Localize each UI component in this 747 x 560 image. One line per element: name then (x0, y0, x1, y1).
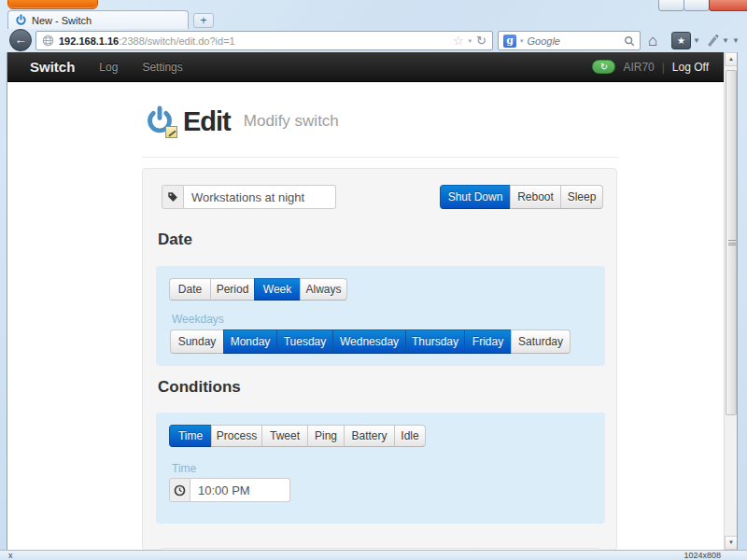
switch-form: Shut Down Reboot Sleep Date Date Period … (142, 168, 617, 550)
tab-time[interactable]: Time (169, 425, 212, 447)
refresh-status-badge[interactable]: ↻ (592, 60, 615, 74)
edit-note-icon (165, 126, 177, 138)
url-dropdown-icon[interactable]: ▾ (469, 37, 472, 44)
time-input-group (169, 478, 290, 502)
tab-always[interactable]: Always (300, 278, 347, 301)
bookmark-star-icon[interactable]: ☆ (453, 35, 464, 47)
time-label: Time (172, 462, 196, 475)
magnifier-icon[interactable] (624, 35, 635, 47)
addon-caret-icon[interactable]: ▼ (722, 36, 729, 45)
shutdown-button[interactable]: Shut Down (440, 185, 511, 209)
log-off-link[interactable]: Log Off (672, 61, 709, 74)
day-friday[interactable]: Friday (464, 329, 512, 354)
tab-title: New - Switch (32, 15, 92, 26)
page-subtitle: Modify switch (244, 112, 339, 131)
conditions-heading: Conditions (158, 378, 241, 397)
globe-icon (42, 35, 54, 47)
name-row: Shut Down Reboot Sleep (162, 185, 603, 209)
day-monday[interactable]: Monday (223, 329, 277, 354)
date-heading: Date (158, 231, 192, 249)
url-bar[interactable]: 192.168.1.16:2388/switch/edit.do?id=1 ☆ … (35, 31, 493, 50)
brand[interactable]: Switch (30, 59, 75, 75)
tab-date[interactable]: Date (169, 278, 211, 301)
tab-tweet[interactable]: Tweet (261, 425, 308, 447)
day-wednesday[interactable]: Wednesday (332, 329, 406, 354)
back-button[interactable]: ← (9, 29, 32, 51)
tab-idle[interactable]: Idle (394, 425, 426, 447)
name-input-group (162, 185, 336, 209)
resolution-indicator: 1024x808 (684, 551, 721, 560)
weekdays-label: Weekdays (172, 313, 224, 326)
weekday-button-group: Sunday Monday Tuesday Wednesday Thursday… (170, 329, 571, 354)
navigation-toolbar: ← 192.168.1.16:2388/switch/edit.do?id=1 … (0, 28, 747, 52)
reboot-button[interactable]: Reboot (510, 185, 561, 209)
date-panel: Date Period Week Always Weekdays Sunday … (156, 266, 605, 366)
firefox-menu-button[interactable] (7, 0, 98, 9)
maximize-button[interactable] (684, 0, 710, 11)
addon-icon[interactable] (705, 33, 720, 48)
search-input[interactable] (528, 35, 620, 47)
tab-ping[interactable]: Ping (307, 425, 345, 447)
conditions-panel: Time Process Tweet Ping Battery Idle Tim… (156, 413, 605, 524)
browser-scrollbar[interactable]: ▲ ▼ (724, 52, 737, 550)
clock-icon (169, 478, 190, 502)
page-title: Edit (183, 106, 231, 137)
nav-link-settings[interactable]: Settings (142, 61, 182, 74)
window-border-left (0, 52, 7, 550)
minimize-button[interactable] (658, 0, 684, 11)
close-button[interactable] (709, 0, 747, 11)
day-sunday[interactable]: Sunday (170, 329, 224, 354)
power-favicon-icon (15, 14, 27, 26)
url-text: 192.168.1.16:2388/switch/edit.do?id=1 (59, 35, 235, 47)
nav-divider: | (662, 61, 665, 74)
status-bar: x 1024x808 (0, 550, 747, 560)
statusbar-close-icon[interactable]: x (8, 552, 13, 560)
action-button-group: Shut Down Reboot Sleep (440, 185, 603, 209)
search-bar[interactable]: g ▾ (498, 31, 641, 50)
window-border-right (737, 52, 747, 550)
day-saturday[interactable]: Saturday (511, 329, 571, 354)
scrollbar-grip (728, 240, 736, 245)
sleep-button[interactable]: Sleep (560, 185, 603, 209)
scrollbar-thumb[interactable] (726, 70, 737, 415)
tab-week[interactable]: Week (254, 278, 301, 301)
browser-chrome: New - Switch + ← 192.168.1.16:2388/switc… (0, 0, 747, 52)
header-divider (142, 157, 619, 158)
switch-name-input[interactable] (184, 185, 336, 209)
bookmarks-caret-icon[interactable]: ▼ (693, 36, 700, 45)
tab-process[interactable]: Process (211, 425, 262, 447)
scroll-down-icon[interactable]: ▼ (725, 536, 738, 550)
reload-icon[interactable]: ↻ (476, 35, 486, 47)
username: AIR70 (623, 61, 654, 74)
app-navbar: Switch Log Settings ↻ AIR70 | Log Off (7, 52, 724, 82)
nav-link-log[interactable]: Log (99, 61, 118, 74)
browser-tab[interactable]: New - Switch (7, 10, 189, 29)
home-icon[interactable]: ⌂ (648, 31, 657, 50)
new-tab-button[interactable]: + (193, 13, 214, 28)
url-host: 192.168.1.16 (59, 35, 119, 47)
page-header: Edit Modify switch (146, 105, 339, 138)
tab-battery[interactable]: Battery (344, 425, 395, 447)
day-tuesday[interactable]: Tuesday (276, 329, 333, 354)
date-mode-tabs: Date Period Week Always (169, 278, 347, 301)
tab-period[interactable]: Period (210, 278, 255, 301)
url-path: :2388/switch/edit.do?id=1 (119, 35, 234, 47)
search-engine-dropdown-icon[interactable]: ▾ (520, 37, 524, 44)
edit-power-icon (146, 105, 176, 138)
bookmarks-menu-icon[interactable]: ★ (671, 32, 691, 49)
google-icon[interactable]: g (503, 35, 516, 48)
tag-icon (162, 185, 184, 209)
time-input[interactable] (190, 478, 290, 502)
day-thursday[interactable]: Thursday (405, 329, 465, 354)
condition-tabs: Time Process Tweet Ping Battery Idle (169, 425, 426, 447)
page-viewport: Switch Log Settings ↻ AIR70 | Log Off Ed… (7, 52, 724, 550)
scroll-up-icon[interactable]: ▲ (725, 52, 738, 66)
toolbar-overflow-icon[interactable]: ▼ (732, 36, 740, 45)
